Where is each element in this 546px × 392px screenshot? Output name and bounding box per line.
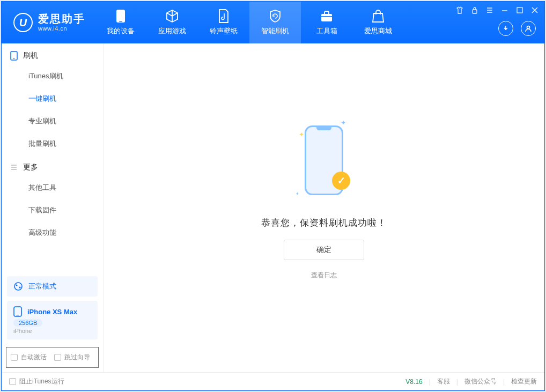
close-button[interactable]: [530, 6, 539, 14]
svg-rect-5: [517, 8, 522, 13]
svg-rect-1: [119, 21, 122, 22]
tab-my-device[interactable]: 我的设备: [95, 2, 146, 43]
app-window: U 爱思助手 www.i4.cn 我的设备 应用游戏 铃声壁纸 智能刷机: [1, 1, 545, 391]
tab-store[interactable]: 爱思商城: [352, 2, 404, 43]
wechat-link[interactable]: 微信公众号: [464, 377, 497, 386]
sidebar-item-advanced[interactable]: 高级功能: [2, 221, 103, 244]
download-icon[interactable]: [498, 21, 513, 36]
checkbox-icon: [11, 354, 18, 361]
main-tabs: 我的设备 应用游戏 铃声壁纸 智能刷机 工具箱 爱思商城: [95, 2, 404, 43]
version-label: V8.16: [405, 378, 422, 386]
shield-refresh-icon: [268, 9, 282, 23]
svg-point-6: [527, 26, 530, 29]
sidebar-item-other-tools[interactable]: 其他工具: [2, 176, 103, 199]
sidebar-item-pro-flash[interactable]: 专业刷机: [2, 110, 103, 132]
app-url: www.i4.cn: [38, 25, 85, 32]
mode-card[interactable]: 正常模式: [7, 276, 98, 297]
body: 刷机 iTunes刷机 一键刷机 专业刷机 批量刷机 更多 其他工具 下载固件 …: [2, 43, 544, 372]
bag-icon: [371, 9, 385, 23]
sidebar: 刷机 iTunes刷机 一键刷机 专业刷机 批量刷机 更多 其他工具 下载固件 …: [2, 43, 104, 372]
tab-toolbox[interactable]: 工具箱: [301, 2, 352, 43]
checkbox-block-itunes[interactable]: 阻止iTunes运行: [9, 377, 64, 386]
sidebar-group-flash: 刷机: [2, 43, 103, 65]
sidebar-item-download-firmware[interactable]: 下载固件: [2, 199, 103, 221]
shirt-icon[interactable]: [455, 6, 464, 14]
device-icon: [10, 51, 18, 61]
statusbar: 阻止iTunes运行 V8.16 | 客服 | 微信公众号 | 检查更新: [2, 372, 544, 390]
svg-rect-13: [16, 315, 19, 315]
device-name: iPhone XS Max: [27, 308, 77, 316]
view-log-link[interactable]: 查看日志: [311, 271, 337, 280]
mode-icon: [13, 282, 23, 291]
svg-point-8: [13, 58, 14, 59]
checkbox-icon: [54, 354, 61, 361]
main-content: ✦ ✦ ✦ ✓ 恭喜您，保资料刷机成功啦！ 确定 查看日志: [104, 43, 544, 372]
user-controls: [498, 21, 536, 36]
menu-icon[interactable]: [485, 6, 494, 14]
music-file-icon: [217, 9, 231, 23]
logo-area: U 爱思助手 www.i4.cn: [2, 13, 95, 32]
svg-rect-2: [321, 14, 332, 21]
success-message: 恭喜您，保资料刷机成功啦！: [261, 217, 387, 229]
phone-small-icon: [13, 306, 22, 317]
svg-point-10: [16, 284, 17, 286]
list-icon: [10, 164, 18, 171]
ok-button[interactable]: 确定: [284, 240, 364, 260]
device-type: iPhone: [13, 328, 91, 334]
sparkle-icon: ✦: [299, 131, 304, 138]
checkmark-badge-icon: ✓: [332, 172, 350, 190]
sparkle-icon: ✦: [341, 119, 346, 127]
cube-icon: [165, 9, 179, 23]
checkbox-skip-guide[interactable]: 跳过向导: [54, 353, 90, 362]
device-card[interactable]: iPhone XS Max 256GB iPhone: [7, 301, 98, 339]
tab-apps-games[interactable]: 应用游戏: [146, 2, 198, 43]
user-icon[interactable]: [521, 21, 536, 36]
options-box: 自动激活 跳过向导: [6, 347, 99, 368]
device-capacity: 256GB: [13, 319, 42, 327]
sidebar-item-itunes-flash[interactable]: iTunes刷机: [2, 65, 103, 87]
sidebar-group-more: 更多: [2, 155, 103, 176]
sidebar-item-oneclick-flash[interactable]: 一键刷机: [2, 87, 103, 110]
checkbox-auto-activate[interactable]: 自动激活: [11, 353, 47, 362]
sparkle-icon: ✦: [296, 191, 299, 196]
minimize-button[interactable]: [500, 6, 509, 14]
svg-rect-0: [116, 10, 125, 23]
svg-rect-4: [473, 10, 477, 13]
tab-flash[interactable]: 智能刷机: [249, 2, 301, 43]
app-name: 爱思助手: [38, 13, 85, 24]
mode-label: 正常模式: [28, 282, 56, 291]
window-controls: [455, 6, 539, 14]
check-update-link[interactable]: 检查更新: [511, 377, 537, 386]
toolbox-icon: [320, 9, 334, 23]
phone-icon: [114, 9, 128, 23]
svg-point-11: [19, 286, 20, 288]
maximize-button[interactable]: [515, 6, 524, 14]
support-link[interactable]: 客服: [437, 377, 450, 386]
checkbox-icon: [9, 378, 16, 385]
lock-icon[interactable]: [470, 6, 479, 14]
tab-ringtones[interactable]: 铃声壁纸: [198, 2, 249, 43]
app-logo-icon: U: [13, 13, 33, 32]
sidebar-item-batch-flash[interactable]: 批量刷机: [2, 132, 103, 155]
titlebar: U 爱思助手 www.i4.cn 我的设备 应用游戏 铃声壁纸 智能刷机: [2, 2, 544, 43]
svg-point-9: [14, 283, 22, 290]
svg-rect-3: [321, 16, 332, 17]
success-illustration: ✦ ✦ ✦ ✓: [294, 115, 353, 206]
